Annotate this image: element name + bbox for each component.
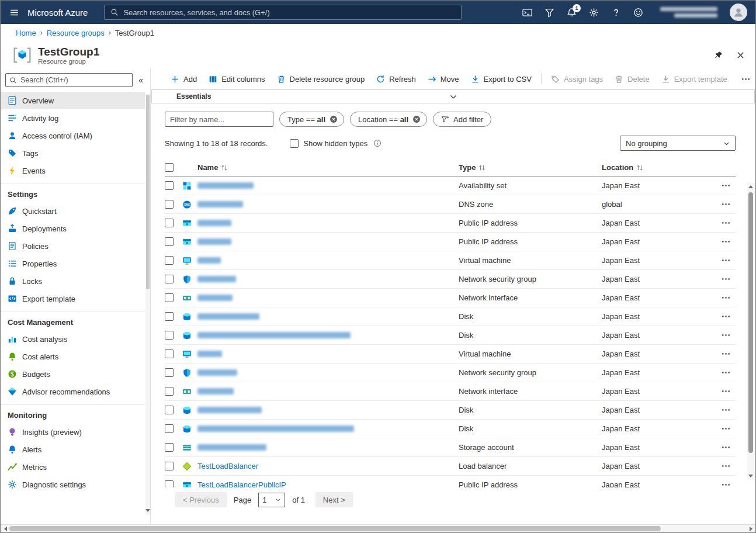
row-actions-button[interactable] — [716, 237, 736, 246]
row-checkbox[interactable] — [165, 293, 174, 302]
row-actions-button[interactable] — [716, 406, 736, 414]
azure-brand[interactable]: Microsoft Azure — [27, 8, 88, 18]
show-hidden-types-checkbox[interactable] — [290, 139, 299, 148]
row-actions-button[interactable] — [716, 312, 736, 321]
row-actions-button[interactable] — [716, 424, 736, 433]
help-button[interactable] — [611, 8, 621, 18]
command-assign-tags[interactable]: Assign tags — [545, 71, 609, 87]
next-page-button[interactable]: Next > — [315, 492, 353, 507]
sidebar-search[interactable] — [5, 73, 133, 87]
row-checkbox[interactable] — [165, 406, 174, 414]
sidebar-item-overview[interactable]: Overview — [1, 92, 145, 109]
resource-name-redacted[interactable] — [197, 295, 233, 301]
settings-button[interactable] — [589, 8, 599, 18]
vertical-scrollbar-track[interactable] — [747, 191, 754, 472]
sidebar-item-activity-log[interactable]: Activity log — [1, 109, 145, 127]
row-actions-button[interactable] — [716, 275, 736, 283]
location-filter-pill[interactable]: Location == all — [350, 112, 427, 127]
sidebar-item-properties[interactable]: Properties — [1, 255, 145, 272]
cloud-shell-button[interactable] — [522, 8, 532, 18]
resource-name-redacted[interactable] — [197, 257, 221, 264]
pin-icon[interactable] — [715, 51, 723, 60]
sidebar-scrollbar[interactable] — [145, 94, 150, 515]
resource-name-redacted[interactable] — [197, 332, 351, 338]
row-actions-button[interactable] — [716, 200, 736, 209]
global-search[interactable] — [104, 5, 462, 20]
sidebar-item-insights-preview[interactable]: Insights (preview) — [1, 423, 145, 441]
sidebar-search-input[interactable] — [20, 76, 129, 84]
command-overflow-button[interactable] — [736, 71, 756, 87]
info-icon[interactable] — [373, 139, 382, 147]
resource-name-redacted[interactable] — [197, 313, 259, 320]
row-checkbox[interactable] — [165, 387, 174, 396]
sidebar-item-cost-alerts[interactable]: Cost alerts — [1, 348, 145, 365]
sidebar-item-tags[interactable]: Tags — [1, 144, 145, 162]
row-actions-button[interactable] — [716, 462, 736, 470]
column-header-location[interactable]: Location — [602, 163, 643, 172]
row-actions-button[interactable] — [716, 219, 736, 227]
account-info[interactable] — [660, 7, 717, 18]
breadcrumb-home[interactable]: Home — [16, 29, 36, 37]
sidebar-item-diagnostic-settings[interactable]: Diagnostic settings — [1, 476, 145, 493]
row-actions-button[interactable] — [716, 480, 736, 487]
row-actions-button[interactable] — [716, 368, 736, 377]
previous-page-button[interactable]: < Previous — [175, 492, 227, 507]
grouping-dropdown[interactable]: No grouping — [620, 136, 736, 151]
sidebar-item-cost-analysis[interactable]: Cost analysis — [1, 330, 145, 348]
row-checkbox[interactable] — [165, 480, 174, 487]
command-add[interactable]: Add — [165, 71, 203, 87]
directory-filter-button[interactable] — [545, 8, 554, 18]
resource-name-redacted[interactable] — [197, 238, 231, 245]
sidebar-item-locks[interactable]: Locks — [1, 272, 145, 290]
row-actions-button[interactable] — [716, 349, 736, 358]
row-actions-button[interactable] — [716, 331, 736, 340]
dismiss-icon[interactable] — [412, 115, 421, 123]
row-checkbox[interactable] — [165, 181, 174, 190]
resource-name-redacted[interactable] — [197, 182, 254, 189]
sidebar-item-export-template[interactable]: Export template — [1, 290, 145, 307]
breadcrumb-resource-groups[interactable]: Resource groups — [47, 29, 105, 37]
resource-name-redacted[interactable] — [197, 425, 354, 432]
sidebar-item-quickstart[interactable]: Quickstart — [1, 202, 145, 220]
row-actions-button[interactable] — [716, 443, 736, 452]
row-checkbox[interactable] — [165, 349, 174, 358]
feedback-button[interactable] — [633, 8, 643, 18]
table-vertical-scrollbar[interactable] — [747, 183, 754, 480]
column-header-name[interactable]: Name — [197, 163, 228, 172]
command-export-template[interactable]: Export template — [656, 71, 733, 87]
sidebar-item-policies[interactable]: Policies — [1, 237, 145, 255]
resource-name-link[interactable]: TestLoadBalancer — [197, 462, 258, 470]
row-checkbox[interactable] — [165, 275, 174, 283]
sidebar-item-advisor-recommendations[interactable]: Advisor recommendations — [1, 383, 145, 400]
row-actions-button[interactable] — [716, 387, 736, 396]
resource-name-redacted[interactable] — [197, 220, 231, 226]
command-delete[interactable]: Delete — [609, 71, 656, 87]
scroll-right-arrow[interactable] — [746, 525, 755, 532]
resource-name-link[interactable]: TestLoadBalancerPublicIP — [197, 480, 286, 487]
sidebar-item-access-control-iam[interactable]: Access control (IAM) — [1, 127, 145, 144]
scroll-down-arrow[interactable] — [747, 472, 754, 480]
filter-by-name-input[interactable] — [165, 112, 273, 127]
row-checkbox[interactable] — [165, 424, 174, 433]
horizontal-scrollbar[interactable] — [1, 524, 755, 532]
row-checkbox[interactable] — [165, 331, 174, 340]
sidebar-collapse-button[interactable]: « — [137, 75, 144, 85]
resource-name-redacted[interactable] — [197, 276, 236, 282]
row-checkbox[interactable] — [165, 312, 174, 321]
notifications-button[interactable]: 1 — [567, 8, 577, 18]
page-number-select[interactable]: 1 — [258, 493, 285, 507]
command-move[interactable]: Move — [422, 71, 465, 87]
row-checkbox[interactable] — [165, 237, 174, 246]
row-checkbox[interactable] — [165, 443, 174, 452]
horizontal-scrollbar-thumb[interactable] — [9, 526, 661, 531]
portal-menu-button[interactable] — [1, 1, 27, 24]
resource-name-redacted[interactable] — [197, 201, 243, 207]
command-refresh[interactable]: Refresh — [370, 71, 422, 87]
sidebar-item-metrics[interactable]: Metrics — [1, 458, 145, 476]
add-filter-button[interactable]: Add filter — [433, 112, 491, 127]
row-checkbox[interactable] — [165, 462, 174, 470]
resource-name-redacted[interactable] — [197, 369, 237, 376]
vertical-scrollbar-thumb[interactable] — [748, 192, 753, 453]
type-filter-pill[interactable]: Type == all — [279, 112, 344, 127]
row-checkbox[interactable] — [165, 256, 174, 265]
